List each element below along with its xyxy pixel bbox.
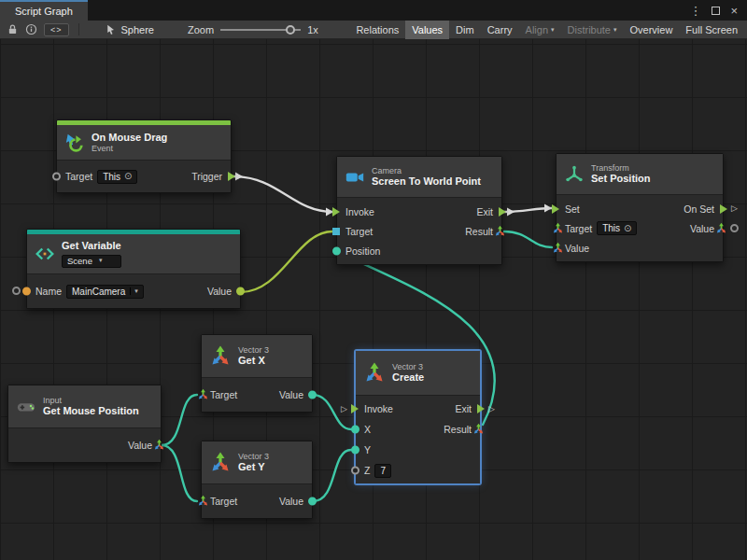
- graph-target-name: Sphere: [121, 24, 154, 35]
- zoom-slider[interactable]: [220, 22, 301, 37]
- chevron-down-icon: ▾: [613, 26, 617, 34]
- dangling-control-port[interactable]: ▷: [731, 204, 738, 213]
- invoke-input-port[interactable]: [351, 404, 359, 413]
- value-port-label: Value: [207, 286, 232, 297]
- target-object-value: This: [602, 223, 620, 233]
- dangling-value-port[interactable]: [730, 224, 739, 232]
- on-set-output-port[interactable]: [720, 204, 727, 214]
- chevron-down-icon: ▾: [551, 26, 555, 34]
- position-input-port[interactable]: [332, 246, 341, 255]
- x-port-label: X: [364, 424, 371, 435]
- value-port-label: Value: [279, 389, 303, 400]
- z-input-port[interactable]: [351, 467, 359, 475]
- x-input-port[interactable]: [351, 426, 359, 434]
- variable-scope-dropdown[interactable]: Scene ▾: [62, 255, 121, 268]
- target-input-port[interactable]: [197, 389, 209, 401]
- node-on-mouse-drag[interactable]: On Mouse Drag Event Target This ⊙ Trigge…: [56, 119, 232, 193]
- zoom-label: Zoom: [188, 24, 214, 35]
- align-label: Align: [526, 24, 548, 35]
- distribute-dropdown[interactable]: Distribute ▾: [561, 21, 624, 39]
- align-dropdown[interactable]: Align ▾: [519, 21, 561, 39]
- target-input-port[interactable]: [52, 173, 61, 181]
- kebab-menu-icon[interactable]: ⋮: [689, 5, 701, 17]
- zoom-slider-thumb[interactable]: [286, 25, 295, 35]
- invoke-input-port[interactable]: [332, 207, 340, 217]
- node-title: On Mouse Drag: [92, 132, 167, 144]
- dangling-exit-port[interactable]: ▷: [488, 405, 495, 413]
- camera-icon: [345, 167, 365, 188]
- value-output-port[interactable]: [308, 497, 317, 506]
- node-set-position[interactable]: Transform Set Position Set On Set ▷ Targ…: [556, 153, 724, 262]
- graph-target-button[interactable]: Sphere: [106, 24, 154, 35]
- node-get-x[interactable]: Vector 3 Get X Target Value: [201, 334, 313, 413]
- result-output-port[interactable]: [494, 225, 506, 237]
- value-port-label: Value: [279, 496, 303, 507]
- variable-scope-value: Scene: [67, 256, 92, 266]
- transform-target-input-port[interactable]: [552, 222, 564, 234]
- set-input-port[interactable]: [552, 204, 559, 214]
- exit-output-port[interactable]: [499, 207, 506, 217]
- y-port-label: Y: [364, 444, 371, 455]
- result-output-port[interactable]: [472, 424, 485, 436]
- node-title: Create: [392, 371, 424, 384]
- invoke-port-label: Invoke: [345, 206, 374, 217]
- node-create-vector3[interactable]: Vector 3 Create ▷ Invoke Exit ▷ X Result…: [355, 350, 481, 484]
- carry-button[interactable]: Carry: [481, 21, 519, 39]
- node-header: Camera Screen To World Point: [337, 157, 501, 198]
- dangling-invoke-port[interactable]: ▷: [341, 405, 347, 413]
- z-value-field[interactable]: 7: [374, 464, 391, 478]
- trigger-output-port[interactable]: [228, 172, 235, 181]
- z-port-label: Z: [364, 465, 370, 476]
- target-input-port[interactable]: [197, 496, 209, 508]
- graph-toolbar: <> Sphere Zoom 1x Relations Values Dim C…: [0, 21, 747, 39]
- invoke-port-label: Invoke: [364, 403, 393, 414]
- variable-icon: [35, 244, 55, 264]
- close-icon[interactable]: ×: [730, 5, 738, 17]
- node-header: Transform Set Position: [557, 154, 723, 195]
- tab-script-graph[interactable]: Script Graph: [0, 0, 88, 21]
- camera-target-input-port[interactable]: [332, 228, 340, 235]
- maximize-icon[interactable]: [712, 7, 720, 15]
- full-screen-button[interactable]: Full Screen: [679, 21, 744, 39]
- node-get-mouse-position[interactable]: Input Get Mouse Position Value: [7, 385, 162, 463]
- code-view-button[interactable]: <>: [44, 23, 69, 36]
- node-category: Vector 3: [238, 345, 269, 356]
- dim-button[interactable]: Dim: [449, 21, 481, 39]
- target-port-label: Target: [565, 223, 592, 234]
- target-object-field[interactable]: This ⊙: [97, 170, 137, 184]
- node-category: Vector 3: [238, 452, 269, 462]
- chevron-down-icon: ▾: [99, 257, 103, 264]
- node-get-variable[interactable]: Get Variable Scene ▾ Name MainCamera ▾ V…: [26, 229, 241, 309]
- value-output-port[interactable]: [308, 391, 317, 399]
- variable-name-dropdown[interactable]: MainCamera ▾: [66, 285, 144, 299]
- node-header: On Mouse Drag Event: [57, 125, 231, 161]
- value-output-port[interactable]: [236, 287, 245, 296]
- node-header: Vector 3 Get X: [202, 335, 312, 378]
- node-header: Get Variable Scene ▾: [27, 234, 240, 274]
- node-category: Camera: [372, 166, 481, 176]
- target-port-label: Target: [345, 226, 373, 237]
- value-input-port[interactable]: [552, 242, 564, 254]
- node-get-y[interactable]: Vector 3 Get Y Target Value: [201, 441, 313, 519]
- node-screen-to-world-point[interactable]: Camera Screen To World Point Invoke Exit…: [336, 156, 502, 265]
- overview-button[interactable]: Overview: [624, 21, 680, 39]
- node-title: Get Y: [238, 461, 269, 473]
- tab-bar: Script Graph ⋮ ×: [0, 0, 747, 21]
- node-header: Vector 3 Get Y: [202, 441, 312, 484]
- relations-button[interactable]: Relations: [349, 21, 405, 39]
- node-category: Input: [43, 396, 139, 406]
- exit-output-port[interactable]: [477, 404, 485, 413]
- dangling-name-port[interactable]: [12, 287, 21, 295]
- y-input-port[interactable]: [351, 446, 359, 455]
- values-button[interactable]: Values: [405, 21, 449, 39]
- value-output-port[interactable]: [715, 222, 727, 234]
- zoom-value: 1x: [307, 24, 318, 35]
- name-input-port[interactable]: [22, 287, 31, 296]
- target-object-field[interactable]: This ⊙: [597, 221, 637, 235]
- value-output-port[interactable]: [153, 440, 165, 452]
- trigger-port-label: Trigger: [191, 171, 222, 182]
- exit-port-label: Exit: [476, 206, 493, 217]
- lock-icon[interactable]: [4, 22, 21, 37]
- info-icon[interactable]: [22, 22, 39, 37]
- node-title: Screen To World Point: [372, 175, 481, 188]
